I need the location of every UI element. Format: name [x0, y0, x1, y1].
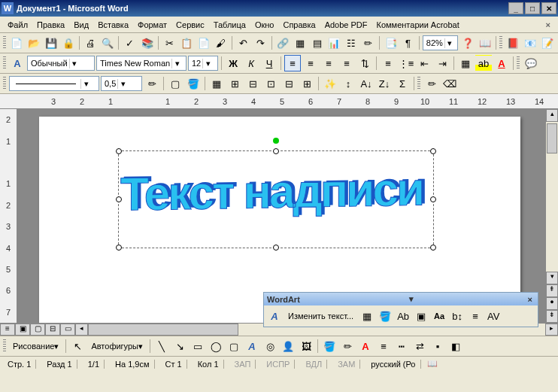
scroll-right-button[interactable]: ▸: [545, 324, 558, 336]
arrow-icon[interactable]: ↘: [171, 338, 188, 354]
3d-icon[interactable]: ◧: [447, 338, 464, 354]
line-weight-combo[interactable]: 0,5▾: [101, 76, 142, 91]
drawing-menu[interactable]: Рисование ▾: [9, 339, 62, 354]
excel-icon[interactable]: 📊: [326, 35, 342, 51]
outline-view-icon[interactable]: ⊟: [45, 324, 60, 336]
decrease-indent-icon[interactable]: ⇤: [416, 55, 432, 71]
help-icon[interactable]: ❓: [459, 35, 475, 51]
drawing-icon[interactable]: ✏: [361, 35, 377, 51]
horizontal-ruler[interactable]: 3211234567891011121314151617: [0, 94, 558, 109]
sort-desc-icon[interactable]: Z↓: [376, 75, 393, 92]
spellcheck-icon[interactable]: ✓: [122, 35, 138, 51]
scroll-down-button[interactable]: ▾: [546, 272, 558, 284]
toolbar-grip[interactable]: [517, 56, 520, 70]
vertical-scrollbar[interactable]: ▴ ▾ ⇞ ● ⇟: [545, 109, 558, 323]
columns-icon[interactable]: ☷: [344, 35, 359, 51]
fill-color-icon[interactable]: 🪣: [321, 338, 338, 354]
insert-table-icon[interactable]: ▦: [208, 75, 225, 92]
reading-view-icon[interactable]: ▭: [60, 324, 75, 336]
table-autoformat-icon[interactable]: ✨: [322, 75, 338, 92]
status-rec[interactable]: ЗАП: [230, 360, 256, 369]
next-page-button[interactable]: ⇟: [546, 310, 558, 323]
minimize-button[interactable]: _: [508, 2, 523, 14]
resize-handle[interactable]: [430, 245, 436, 251]
zoom-combo[interactable]: 82%▾: [423, 35, 458, 50]
align-center-icon[interactable]: ≡: [302, 55, 319, 71]
italic-button[interactable]: К: [243, 55, 259, 71]
menu-edit[interactable]: Правка: [32, 19, 69, 31]
prev-page-button[interactable]: ⇞: [546, 284, 558, 297]
vertical-ruler[interactable]: 211234567: [0, 109, 17, 323]
research-icon[interactable]: 📚: [139, 35, 155, 51]
diagram-icon[interactable]: ◎: [262, 338, 278, 354]
bold-button[interactable]: Ж: [225, 55, 241, 71]
menu-acrobat[interactable]: Комментарии Acrobat: [372, 19, 464, 31]
distribute-rows-icon[interactable]: ⊟: [281, 75, 297, 92]
resize-handle[interactable]: [430, 148, 436, 154]
toolbar-grip[interactable]: [3, 339, 6, 353]
resize-handle[interactable]: [116, 245, 122, 251]
vertical-text-icon[interactable]: b↕: [449, 308, 466, 324]
borders-icon[interactable]: ▦: [457, 55, 474, 71]
read-icon[interactable]: 📖: [477, 35, 493, 51]
line-style-icon[interactable]: ≡: [375, 338, 392, 354]
permission-icon[interactable]: 🔒: [60, 35, 76, 51]
autoshapes-menu[interactable]: Автофигуры ▾: [87, 339, 147, 354]
menu-adobe[interactable]: Adobe PDF: [320, 19, 372, 31]
text-wrapping-icon[interactable]: ▣: [413, 308, 429, 324]
align-right-icon[interactable]: ≡: [320, 55, 337, 71]
font-combo[interactable]: Times New Roman▾: [96, 56, 187, 71]
line-spacing-icon[interactable]: ⇅: [356, 55, 373, 71]
status-language[interactable]: русский (Ро: [366, 360, 420, 369]
copy-icon[interactable]: 📋: [179, 35, 195, 51]
text-direction-icon[interactable]: ↕: [340, 75, 356, 92]
dash-style-icon[interactable]: ┅: [393, 338, 410, 354]
rotate-handle[interactable]: [273, 138, 279, 144]
underline-button[interactable]: Ч: [261, 55, 277, 71]
save-icon[interactable]: 💾: [43, 35, 59, 51]
menu-format[interactable]: Формат: [133, 19, 171, 31]
numbered-list-icon[interactable]: ≡: [380, 55, 396, 71]
split-cells-icon[interactable]: ⊟: [244, 75, 261, 92]
close-document-button[interactable]: ×: [541, 20, 555, 29]
cut-icon[interactable]: ✂: [162, 35, 177, 51]
menu-help[interactable]: Справка: [278, 19, 320, 31]
new-document-icon[interactable]: 📄: [9, 35, 25, 51]
insert-wordart-icon[interactable]: A: [266, 308, 283, 324]
menu-view[interactable]: Вид: [69, 19, 93, 31]
resize-handle[interactable]: [273, 245, 279, 251]
tables-borders-icon[interactable]: ▦: [292, 35, 308, 51]
undo-icon[interactable]: ↶: [235, 35, 251, 51]
pdf-review-icon[interactable]: 📝: [539, 35, 555, 51]
web-view-icon[interactable]: ▣: [15, 324, 30, 336]
textbox-icon[interactable]: ▢: [226, 338, 242, 354]
resize-handle[interactable]: [273, 148, 279, 154]
wordart-toolbar-title[interactable]: WordArt ▾ ×: [264, 293, 538, 305]
toolbar-grip[interactable]: [3, 77, 6, 90]
menu-window[interactable]: Окно: [250, 19, 279, 31]
close-button[interactable]: ✕: [541, 2, 556, 14]
font-color-icon[interactable]: A: [357, 338, 374, 354]
wordart-object[interactable]: Текст надписи: [118, 150, 434, 248]
toolbar-options-icon[interactable]: ▾: [409, 294, 414, 304]
line-style-combo[interactable]: ▾: [9, 76, 99, 91]
insert-wordart-icon[interactable]: A: [244, 338, 260, 354]
alignment-icon[interactable]: ≡: [467, 308, 484, 324]
insert-picture-icon[interactable]: 🖼: [298, 338, 314, 354]
autosum-icon[interactable]: Σ: [394, 75, 411, 92]
line-color-icon[interactable]: ✏: [339, 338, 356, 354]
format-painter-icon[interactable]: 🖌: [213, 35, 229, 51]
print-preview-icon[interactable]: 🔍: [100, 35, 116, 51]
paste-icon[interactable]: 📄: [196, 35, 212, 51]
maximize-button[interactable]: □: [525, 2, 540, 14]
toolbar-grip[interactable]: [417, 77, 420, 90]
align-left-icon[interactable]: ≡: [284, 55, 301, 71]
format-wordart-icon[interactable]: 🪣: [377, 308, 393, 324]
hyperlink-icon[interactable]: 🔗: [275, 35, 291, 51]
merge-cells-icon[interactable]: ⊞: [226, 75, 243, 92]
scroll-left-button[interactable]: ◂: [75, 324, 88, 336]
open-icon[interactable]: 📂: [26, 35, 42, 51]
select-objects-icon[interactable]: ↖: [69, 338, 86, 354]
normal-view-icon[interactable]: ≡: [0, 324, 15, 336]
status-ovr[interactable]: ЗАМ: [333, 360, 360, 369]
